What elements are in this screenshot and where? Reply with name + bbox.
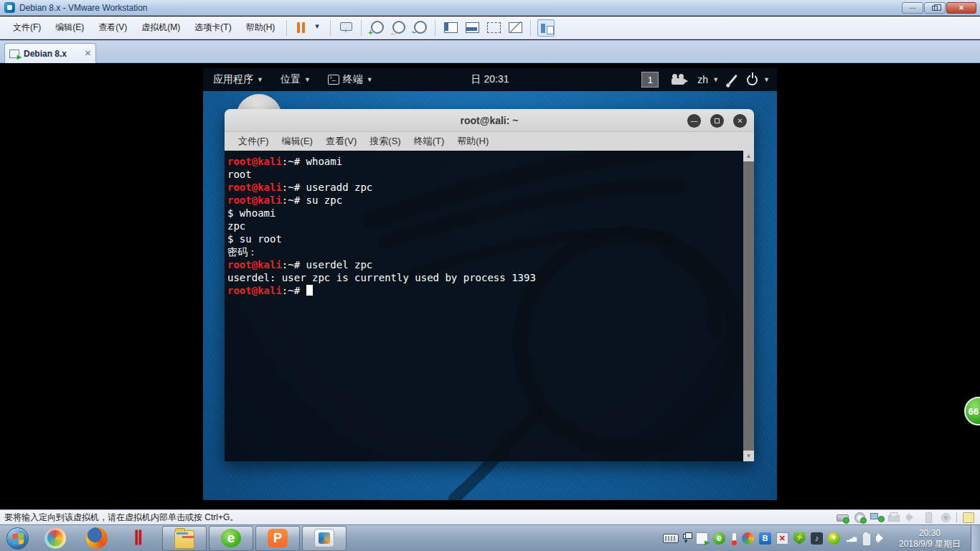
console-left-icon[interactable] [442, 19, 459, 37]
volume-icon[interactable] [875, 532, 887, 545]
fullscreen-icon[interactable] [485, 19, 502, 37]
terminal-line: root [227, 168, 740, 181]
browser-360-icon[interactable]: e [713, 532, 725, 545]
terminal-line: root@kali:~# su zpc [227, 194, 740, 207]
minimize-button[interactable]: — [902, 2, 923, 14]
battery-icon[interactable] [862, 532, 870, 545]
terminal-line: root@kali:~# userdel zpc [227, 258, 740, 271]
close-button[interactable]: ✕ [946, 2, 976, 14]
windows-taskbar: Ⅱ eP ▼ eB⚡♪+▂▄▆ 20:30 2018/9/9 星期日 [0, 524, 980, 551]
firefox-icon[interactable] [86, 527, 108, 549]
pinwheel-icon[interactable] [742, 532, 754, 545]
terminal-window[interactable]: root@kali: ~ — ✕ 文件(F)编辑(E)查看(V)搜索(S)终端(… [225, 109, 754, 461]
red-app-icon[interactable]: Ⅱ [128, 527, 149, 549]
camera-icon[interactable] [672, 78, 684, 85]
terminal-body[interactable]: root@kali:~# whoamirootroot@kali:~# user… [225, 151, 754, 461]
vmware-menu-item[interactable]: 虚拟机(M) [134, 19, 187, 37]
keyboard-layout-menu[interactable]: zh ▼ [697, 68, 719, 91]
cdrom-icon[interactable] [853, 512, 865, 522]
restore-button[interactable] [924, 2, 946, 14]
vmware-tray-icon[interactable] [696, 532, 708, 545]
input-method-keyboard-icon[interactable] [663, 534, 679, 543]
shield-icon[interactable]: ⚡ [793, 532, 806, 545]
terminal-titlebar[interactable]: root@kali: ~ — ✕ [225, 109, 754, 132]
vm-tab-label: Debian 8.x [24, 49, 67, 59]
show-desktop-button[interactable] [971, 525, 980, 551]
keyboard-layout-label: zh [697, 74, 708, 85]
terminal-menu-item[interactable]: 查看(V) [319, 135, 363, 148]
terminal-line: userdel: user zpc is currently used by p… [227, 271, 740, 284]
terminal-line: 密码： [227, 245, 740, 258]
screen: Debian 8.x - VMware Workstation — ✕ 文件(F… [0, 0, 980, 551]
terminal-menu-item[interactable]: 文件(F) [232, 135, 275, 148]
send-cad-icon[interactable] [337, 19, 354, 37]
toolbar-separator [330, 20, 331, 36]
system-menu[interactable]: ▼ [747, 68, 770, 91]
terminal-text: zpc [227, 220, 245, 232]
vmware-menu-item[interactable]: 选项卡(T) [187, 19, 238, 37]
sound-icon[interactable] [905, 512, 917, 522]
dropdown-icon[interactable] [315, 19, 324, 37]
network-error-icon[interactable] [776, 532, 788, 545]
snapshot-manage-icon[interactable] [411, 19, 428, 37]
scroll-down-button[interactable]: ▼ [743, 451, 754, 461]
terminal-text: $ su root [227, 233, 282, 245]
vmware-titlebar[interactable]: Debian 8.x - VMware Workstation — ✕ [0, 0, 980, 16]
panel-clock[interactable]: 日 20:31 [471, 73, 509, 86]
unity-off-icon[interactable] [507, 19, 524, 37]
bluetooth-icon[interactable]: B [759, 532, 771, 545]
vmware-menu-item[interactable]: 文件(F) [6, 19, 48, 37]
scroll-up-button[interactable]: ▲ [743, 151, 754, 161]
terminal-scrollbar[interactable]: ▲ ▼ [743, 151, 754, 461]
vmware-menu-item[interactable]: 帮助(H) [239, 19, 283, 37]
taskbar-button-vmware[interactable] [302, 526, 347, 551]
windows-logo-icon [12, 532, 24, 545]
tray-clock[interactable]: 20:30 2018/9/9 星期日 [899, 528, 961, 550]
scrollbar-thumb[interactable] [743, 161, 754, 451]
pause-icon[interactable] [293, 19, 311, 37]
taskbar-button-explorer[interactable] [162, 526, 207, 551]
webcam-icon[interactable] [939, 512, 951, 522]
prompt-text: root@kali [227, 285, 282, 296]
vmware-menu-item[interactable]: 编辑(E) [48, 19, 91, 37]
terminal-close-button[interactable]: ✕ [733, 114, 747, 128]
terminal-menu-item[interactable]: 搜索(S) [363, 135, 407, 148]
snapshot-revert-icon[interactable] [390, 19, 407, 37]
workspace-indicator[interactable]: 1 [641, 72, 659, 88]
message-icon[interactable] [962, 512, 974, 522]
prompt-text: root@kali [227, 156, 282, 167]
snapshot-take-icon[interactable] [368, 19, 385, 37]
places-menu[interactable]: 位置 ▼ [272, 68, 319, 91]
terminal-app-menu[interactable]: 终端 ▼ [319, 68, 382, 91]
terminal-menu-item[interactable]: 终端(T) [407, 135, 451, 148]
kali-desktop[interactable]: 应用程序 ▼ 位置 ▼ 终端 ▼ 日 20:31 1 zh [203, 68, 777, 500]
vmware-menu-item[interactable]: 查看(V) [91, 19, 134, 37]
360-safe-icon[interactable] [44, 527, 66, 549]
terminal-minimize-button[interactable]: — [687, 114, 701, 128]
network-icon[interactable] [870, 512, 882, 522]
taskbar-button-browser-360[interactable]: e [209, 526, 253, 551]
vm-tab-debian[interactable]: Debian 8.x ✕ [4, 43, 96, 63]
signal-icon[interactable]: ▂▄▆ [845, 532, 857, 545]
taskbar-button-wps[interactable]: P [255, 526, 300, 551]
safety-ball-icon[interactable]: + [828, 532, 840, 545]
library-icon[interactable] [537, 19, 555, 37]
brush-icon[interactable] [728, 75, 738, 85]
power-icon [747, 75, 758, 85]
vmware-tabbar: Debian 8.x ✕ [0, 40, 980, 63]
terminal-menu-item[interactable]: 帮助(H) [451, 135, 495, 148]
terminal-maximize-button[interactable] [710, 114, 724, 128]
explorer-icon [174, 530, 194, 549]
terminal-menu-item[interactable]: 编辑(E) [275, 135, 319, 148]
applications-menu[interactable]: 应用程序 ▼ [204, 68, 272, 91]
temperature-icon[interactable] [730, 532, 737, 545]
tab-close-icon[interactable]: ✕ [85, 49, 91, 58]
kali-top-panel: 应用程序 ▼ 位置 ▼ 终端 ▼ 日 20:31 1 zh [203, 68, 777, 91]
printer-icon[interactable] [887, 512, 900, 522]
start-button[interactable] [6, 527, 29, 550]
language-bar-options[interactable]: ▼ [683, 534, 689, 544]
music-icon[interactable]: ♪ [811, 532, 823, 545]
usb-icon[interactable] [922, 512, 934, 522]
console-bottom-icon[interactable] [463, 19, 481, 37]
hdd-icon[interactable] [836, 512, 848, 522]
